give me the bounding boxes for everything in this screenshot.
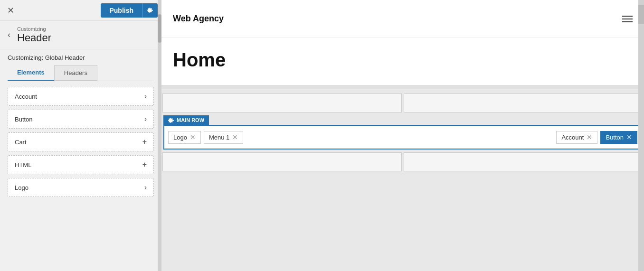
bottom-right-cell [404,152,643,171]
gear-icon [147,7,153,13]
back-button[interactable]: ‹ [6,28,12,42]
row-item-button[interactable]: Button ✕ [600,131,637,144]
top-bar: ✕ Publish [0,0,161,21]
main-row-text: MAIN ROW [177,117,204,123]
preview-scrollbar-thumb[interactable] [638,5,644,24]
customizing-label: Customizing [17,26,51,32]
row-item-logo[interactable]: Logo ✕ [168,131,201,144]
top-empty-row [161,93,644,113]
gear-icon [168,117,174,123]
bottom-empty-row [161,151,644,172]
row-item-menu1[interactable]: Menu 1 ✕ [204,131,243,144]
tab-headers[interactable]: Headers [54,65,97,81]
remove-button-button[interactable]: ✕ [626,134,632,140]
scrollbar-track [158,0,161,271]
chevron-right-icon: › [144,92,147,101]
remove-account-button[interactable]: ✕ [587,134,592,140]
site-logo: Web Agency [173,14,224,24]
element-item-logo[interactable]: Logo › [8,178,154,197]
left-panel: ✕ Publish ‹ Customizing Header Customizi… [0,0,161,271]
remove-logo-button[interactable]: ✕ [190,134,196,140]
bottom-left-cell [162,152,402,171]
main-row-wrapper: MAIN ROW Logo ✕ Menu 1 ✕ Account ✕ [161,115,644,150]
remove-menu1-button[interactable]: ✕ [232,134,238,140]
top-right-cell [404,93,643,112]
header-text: Customizing Header [17,26,51,44]
add-icon: + [142,138,147,146]
element-item-html[interactable]: HTML + [8,155,154,174]
close-button[interactable]: ✕ [4,4,17,17]
publish-button[interactable]: Publish [101,3,142,18]
global-header-label: Customizing: Global Header [0,49,161,61]
element-item-button[interactable]: Button › [8,110,154,129]
element-item-account[interactable]: Account › [8,87,154,106]
hamburger-line [622,19,633,19]
elements-list: Account › Button › Cart + HTML + Logo › [0,81,161,271]
hamburger-line [622,21,633,22]
header-title: Header [17,32,51,44]
header-builder: MAIN ROW Logo ✕ Menu 1 ✕ Account ✕ [161,89,644,271]
chevron-right-icon: › [144,115,147,123]
hamburger-menu[interactable] [622,16,633,22]
publish-area: Publish [101,3,158,18]
tab-elements[interactable]: Elements [8,65,54,81]
add-icon: + [142,160,147,169]
tabs-container: Elements Headers [8,65,154,81]
element-item-cart[interactable]: Cart + [8,132,154,151]
site-header-preview: Web Agency [161,0,644,38]
preview-scrollbar [638,0,644,271]
scrollbar-thumb[interactable] [158,14,161,43]
page-title: Home [173,49,633,71]
hamburger-line [622,16,633,17]
top-left-cell [162,93,402,112]
home-section: Home [161,38,644,89]
header-section: ‹ Customizing Header [0,21,161,49]
main-row-content: Logo ✕ Menu 1 ✕ Account ✕ Button ✕ [163,125,642,150]
row-item-account[interactable]: Account ✕ [556,131,597,144]
main-row-label[interactable]: MAIN ROW [163,115,209,125]
chevron-right-icon: › [144,183,147,192]
preview-area: Web Agency Home MAIN ROW [161,0,644,271]
publish-settings-button[interactable] [142,3,158,18]
